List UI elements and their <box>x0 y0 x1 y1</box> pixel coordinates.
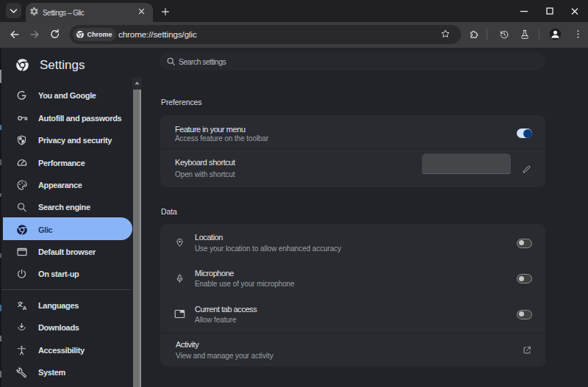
svg-text:A: A <box>22 305 26 311</box>
